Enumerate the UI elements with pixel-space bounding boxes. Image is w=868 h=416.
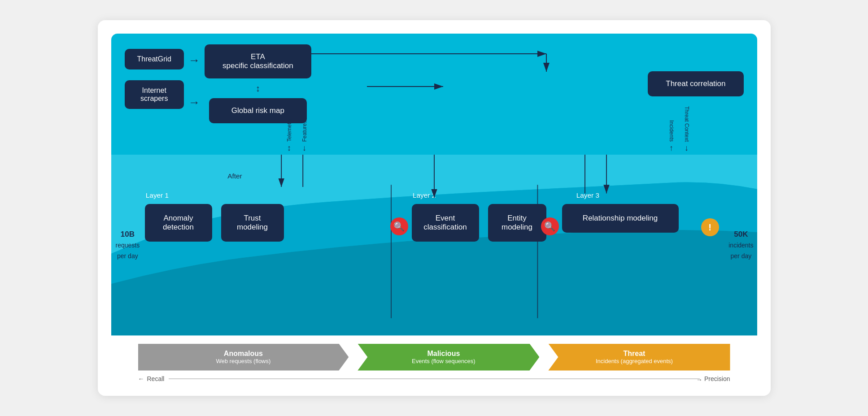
- eta-classification-box: ETAspecific classification: [205, 44, 311, 78]
- internet-scrapers-box: Internetscrapers: [125, 80, 184, 109]
- threatgrid-box: ThreatGrid: [125, 49, 184, 69]
- svg-text:Layer 2: Layer 2: [413, 191, 436, 199]
- svg-text:Layer 1: Layer 1: [145, 191, 168, 199]
- incidents-label: Incidents: [668, 120, 675, 142]
- telemetry-label: Telemetry: [286, 118, 292, 142]
- recall-precision-row: ← Recall → Precision: [138, 375, 730, 382]
- threat-correlation-box: Threat correlation: [648, 71, 743, 96]
- svg-text:Layer 3: Layer 3: [576, 191, 599, 199]
- layers-section: After Layer 1 Layer 2 Layer 3: [111, 155, 757, 335]
- wave-svg: After Layer 1 Layer 2 Layer 3: [111, 155, 757, 335]
- malicious-bar: Malicious Events (flow sequences): [348, 344, 539, 371]
- main-container: ThreatGrid Internetscrapers → → ETAspeci…: [98, 20, 771, 395]
- svg-text:After: After: [227, 172, 242, 180]
- top-section: ThreatGrid Internetscrapers → → ETAspeci…: [111, 34, 757, 155]
- precision-label: Precision: [704, 375, 730, 382]
- threat-context-label: Threat Context: [684, 106, 690, 142]
- anomalous-bar: Anomalous Web requests (flows): [138, 344, 349, 371]
- threat-bar: Threat Incidents (aggregated events): [538, 344, 730, 371]
- recall-label: Recall: [147, 375, 165, 382]
- features-label: Features: [301, 121, 308, 142]
- bottom-bars-section: Anomalous Web requests (flows) Malicious…: [111, 344, 757, 382]
